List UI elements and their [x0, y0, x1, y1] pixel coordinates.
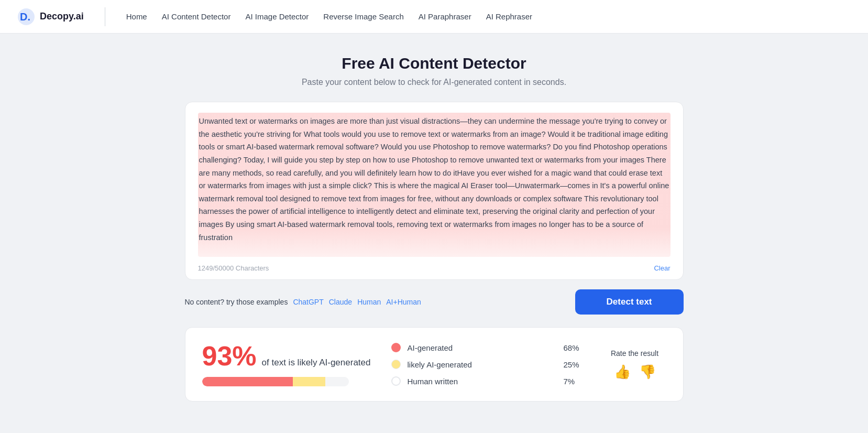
progress-bar — [202, 377, 349, 386]
rate-label: Rate the result — [611, 349, 658, 358]
header: D. Decopy.ai Home AI Content Detector AI… — [0, 0, 868, 34]
page-title: Free AI Content Detector — [185, 55, 684, 72]
rate-area: Rate the result 👍 👎 — [603, 349, 666, 380]
nav-ai-image-detector[interactable]: AI Image Detector — [245, 12, 309, 21]
example-human[interactable]: Human — [357, 298, 381, 306]
legend-item-human: Human written 7% — [391, 376, 582, 386]
char-count-row: 1249/50000 Characters Clear — [198, 264, 671, 272]
legend-pct-likely: 25% — [564, 360, 583, 369]
textarea-box: Unwanted text or watermarks on images ar… — [185, 102, 684, 280]
nav-reverse-image-search[interactable]: Reverse Image Search — [323, 12, 403, 21]
thumbs-up-icon[interactable]: 👍 — [614, 364, 631, 380]
legend-label-human: Human written — [407, 377, 557, 386]
nav-ai-paraphraser[interactable]: AI Paraphraser — [419, 12, 471, 21]
logo-area: D. Decopy.ai — [17, 7, 84, 26]
legend-area: AI-generated 68% likely AI-generated 25%… — [391, 343, 582, 386]
example-chatgpt[interactable]: ChatGPT — [293, 298, 323, 306]
nav-ai-rephraser[interactable]: AI Rephraser — [486, 12, 532, 21]
example-claude[interactable]: Claude — [329, 298, 352, 306]
legend-pct-human: 7% — [564, 377, 583, 386]
controls-row: No content? try those examples ChatGPT C… — [185, 289, 684, 315]
results-box: 93% of text is likely AI-generated AI-ge… — [185, 327, 684, 402]
progress-human-segment — [325, 377, 349, 386]
legend-label-ai: AI-generated — [407, 343, 557, 352]
clear-button[interactable]: Clear — [654, 264, 670, 272]
ai-percent-label: of text is likely AI-generated — [262, 358, 371, 368]
example-ai-human[interactable]: AI+Human — [386, 298, 421, 306]
progress-likely-segment — [293, 377, 325, 386]
svg-text:D.: D. — [20, 11, 30, 23]
progress-ai-segment — [202, 377, 293, 386]
header-divider — [105, 7, 105, 26]
char-count: 1249/50000 Characters — [198, 264, 269, 272]
logo-text: Decopy.ai — [40, 11, 84, 22]
legend-dot-human — [391, 376, 401, 386]
main-nav: Home AI Content Detector AI Image Detect… — [126, 12, 532, 21]
page-subtitle: Paste your content below to check for AI… — [185, 78, 684, 87]
rate-icons: 👍 👎 — [614, 364, 656, 380]
logo-icon: D. — [17, 7, 36, 26]
main-content: Free AI Content Detector Paste your cont… — [172, 34, 696, 423]
legend-label-likely: likely AI-generated — [407, 360, 557, 369]
ai-percent-row: 93% of text is likely AI-generated — [202, 342, 371, 370]
thumbs-down-icon[interactable]: 👎 — [639, 364, 656, 380]
nav-home[interactable]: Home — [126, 12, 147, 21]
examples-area: No content? try those examples ChatGPT C… — [185, 298, 421, 306]
legend-item-likely: likely AI-generated 25% — [391, 360, 582, 369]
legend-dot-likely — [391, 360, 401, 369]
legend-dot-ai — [391, 343, 401, 352]
text-content[interactable]: Unwanted text or watermarks on images ar… — [198, 113, 671, 257]
legend-item-ai: AI-generated 68% — [391, 343, 582, 352]
nav-ai-content-detector[interactable]: AI Content Detector — [162, 12, 231, 21]
detect-text-button[interactable]: Detect text — [575, 289, 684, 315]
ai-percent-number: 93% — [202, 342, 257, 370]
no-content-label: No content? try those examples — [185, 298, 288, 306]
legend-pct-ai: 68% — [564, 343, 583, 352]
ai-percent-area: 93% of text is likely AI-generated — [202, 342, 371, 386]
